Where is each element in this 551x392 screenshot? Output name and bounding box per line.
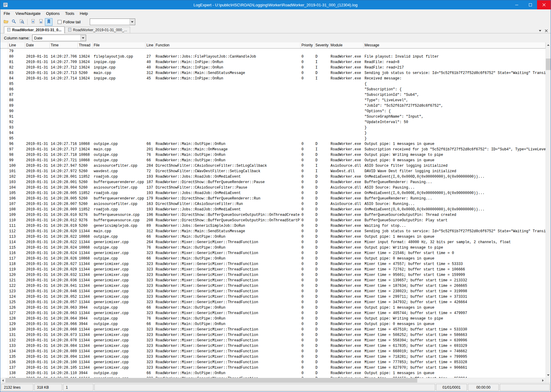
menu-view-navigate[interactable]: View/Navigate	[13, 9, 43, 17]
tab-roadworker-log-1[interactable]: RoadWorker_2019-01-31_0...	[4, 26, 65, 33]
maximize-button[interactable]	[523, 0, 537, 9]
table-row[interactable]: 1282019-01-3114:20:28.0643944outpipe.cpp…	[0, 316, 546, 321]
tab-close-button[interactable]	[545, 28, 548, 33]
follow-tail-control[interactable]: Follow tail	[58, 20, 81, 24]
header-time[interactable]: Time	[50, 42, 78, 48]
combo-drop-button[interactable]	[80, 35, 86, 41]
combo-drop-button[interactable]	[129, 19, 135, 25]
table-row[interactable]: 1152019-01-3114:20:28.02410868outpipe.cp…	[0, 245, 546, 250]
header-severity[interactable]: Severity	[314, 42, 330, 48]
table-row[interactable]: 1342019-01-3114:20:28.08911344genericmix…	[0, 349, 546, 354]
table-row[interactable]: 88"Type": "LiveLevel",	[0, 98, 546, 103]
menu-file[interactable]: File	[1, 9, 13, 17]
table-row[interactable]: 1022019-01-3114:20:28.00111852roadjob.cp…	[0, 174, 546, 179]
prev-bookmark-button[interactable]	[29, 18, 37, 26]
column-name-combo[interactable]: Date	[32, 35, 86, 41]
scroll-right-button[interactable]	[540, 378, 546, 383]
table-row[interactable]: 1222019-01-3114:20:28.04111344genericmix…	[0, 283, 546, 289]
table-row[interactable]: 962019-01-3114:20:27.71610868outpipe.cpp…	[0, 141, 546, 147]
scroll-left-button[interactable]	[0, 378, 5, 383]
table-row[interactable]: 1332019-01-3114:20:28.08411344genericmix…	[0, 343, 546, 349]
menu-options[interactable]: Options	[43, 9, 62, 17]
table-row[interactable]: 1112019-01-3114:20:28.0195260genericsimp…	[0, 223, 546, 229]
header-line[interactable]: Line	[8, 42, 25, 48]
table-row[interactable]: 1302019-01-3114:20:28.06811344genericmix…	[0, 327, 546, 332]
table-row[interactable]: 1042019-01-3114:20:28.0045260asiosourcef…	[0, 185, 546, 190]
open-file-button[interactable]	[2, 18, 10, 26]
vertical-scrollbar[interactable]	[546, 42, 551, 383]
minimize-button[interactable]	[510, 0, 523, 9]
header-priority[interactable]: Priority	[301, 42, 314, 48]
title-bar[interactable]: LogExpert - U:\public\HSC\ROAD\Logging\W…	[0, 0, 551, 9]
table-row[interactable]: 1372019-01-3114:20:28.10511344genericmix…	[0, 365, 546, 370]
table-row[interactable]: 1242019-01-3114:20:28.05211344genericmix…	[0, 294, 546, 300]
table-row[interactable]: 1362019-01-3114:20:28.10011344genericmix…	[0, 360, 546, 365]
log-table-body[interactable]: 79802019-01-3114:20:27.70613624fileplayo…	[0, 49, 546, 378]
table-row[interactable]: 1032019-01-3114:20:28.0015260bufferqueue…	[0, 179, 546, 185]
table-row[interactable]: 972019-01-3114:20:27.71713624main.cpp201…	[0, 147, 546, 152]
horizontal-scroll-thumb[interactable]	[5, 378, 417, 383]
table-row[interactable]: 1272019-01-3114:20:28.06311344genericmix…	[0, 310, 546, 316]
header-file[interactable]: File	[93, 42, 146, 48]
table-row[interactable]: 1262019-01-3114:20:28.0633944outpipe.cpp…	[0, 305, 546, 310]
table-row[interactable]: 91"SourceGraphName": "Input",	[0, 114, 546, 119]
table-row[interactable]: 822019-01-3114:20:27.71213624inpipe.cpp4…	[0, 65, 546, 70]
header-module[interactable]: Module	[330, 42, 364, 48]
header-message[interactable]: Message	[364, 42, 546, 48]
table-row[interactable]: 1142019-01-3114:20:28.02211344genericmix…	[0, 240, 546, 245]
table-row[interactable]: 1082019-01-3114:20:28.00911852roadjob.cp…	[0, 207, 546, 212]
table-row[interactable]: 1052019-01-3114:20:28.00511852roadjob.cp…	[0, 190, 546, 196]
header-function[interactable]: Function	[155, 42, 301, 48]
table-row[interactable]: 992019-01-3114:20:27.72110868outpipe.cpp…	[0, 158, 546, 163]
tab-list-dropdown-button[interactable]	[539, 30, 541, 32]
search-button[interactable]	[10, 18, 18, 26]
table-row[interactable]: 1292019-01-3114:20:28.0663944outpipe.cpp…	[0, 321, 546, 327]
table-row[interactable]: 1192019-01-3114:20:28.02911344genericmix…	[0, 267, 546, 272]
header-date[interactable]: Date	[25, 42, 50, 48]
table-row[interactable]: 1012019-01-3114:20:27.9725260wavdest.cpp…	[0, 169, 546, 174]
table-row[interactable]: 1312019-01-3114:20:28.07311344genericmix…	[0, 332, 546, 338]
table-row[interactable]: 1202019-01-3114:20:28.03211344genericmix…	[0, 272, 546, 278]
bookmark-toggle-button[interactable]	[45, 18, 52, 26]
header-file-line[interactable]: Line	[146, 42, 155, 48]
vertical-scroll-thumb[interactable]	[546, 59, 551, 70]
table-row[interactable]: 1172019-01-3114:20:28.02610868outpipe.cp…	[0, 256, 546, 261]
table-row[interactable]: 1122019-01-3114:20:28.02011344main.cpp31…	[0, 229, 546, 234]
search-in-file-button[interactable]	[18, 18, 25, 26]
table-row[interactable]: 982019-01-3114:20:27.71810868outpipe.cpp…	[0, 152, 546, 158]
table-row[interactable]: 1232019-01-3114:20:28.04611344genericmix…	[0, 289, 546, 294]
table-row[interactable]: 1182019-01-3114:20:28.02711344genericmix…	[0, 261, 546, 267]
table-row[interactable]: 842019-01-3114:20:27.71413624inpipe.cpp4…	[0, 76, 546, 81]
table-row[interactable]: 85{	[0, 81, 546, 87]
tab-roadworker-log-2[interactable]: RoadWorker_2019-01-31_000_...	[65, 27, 130, 33]
table-row[interactable]: 95}	[0, 136, 546, 141]
table-row[interactable]: 93}	[0, 125, 546, 130]
table-row[interactable]: 89"JobId": "5c52f61b7f27f52d8c6f6752",	[0, 103, 546, 109]
header-thread[interactable]: Thread	[78, 42, 93, 48]
table-row[interactable]: 92"UpdateInterval": 50	[0, 119, 546, 125]
menu-help[interactable]: Help	[77, 9, 91, 17]
table-row[interactable]: 87"SubscriptionId": "Sub4",	[0, 92, 546, 98]
close-button[interactable]	[537, 0, 551, 9]
table-row[interactable]: 94}	[0, 130, 546, 136]
table-row[interactable]: 1252019-01-3114:20:28.05711344genericmix…	[0, 300, 546, 305]
scroll-up-button[interactable]	[546, 42, 551, 48]
table-row[interactable]: 812019-01-3114:20:27.70913624inpipe.cpp4…	[0, 59, 546, 65]
table-row[interactable]: 1102019-01-3114:20:28.0129276bufferqueue…	[0, 218, 546, 223]
table-row[interactable]: 1132019-01-3114:20:28.02210868outpipe.cp…	[0, 234, 546, 240]
follow-tail-checkbox[interactable]	[58, 20, 62, 24]
horizontal-scroll-track[interactable]	[5, 378, 540, 383]
next-bookmark-button[interactable]	[37, 18, 45, 26]
table-row[interactable]: 1352019-01-3114:20:28.09411344genericmix…	[0, 354, 546, 360]
vertical-scroll-track[interactable]	[546, 48, 551, 373]
highlight-group-combo[interactable]	[90, 18, 135, 25]
table-row[interactable]: 86"Subscription": {	[0, 87, 546, 92]
scroll-down-button[interactable]	[546, 373, 551, 378]
table-row[interactable]: 1092019-01-3114:20:28.0109276bufferqueue…	[0, 212, 546, 218]
table-row[interactable]: 1062019-01-3114:20:28.0055260bufferqueue…	[0, 196, 546, 201]
table-row[interactable]: 90"Options": {	[0, 109, 546, 114]
table-row[interactable]: 802019-01-3114:20:27.70613624fileplayout…	[0, 54, 546, 59]
table-row[interactable]: 1072019-01-3114:20:28.0075260asiosourcef…	[0, 201, 546, 207]
menu-tools[interactable]: Tools	[62, 9, 77, 17]
table-row[interactable]: 832019-01-3114:20:27.7135260main.cpp312R…	[0, 70, 546, 76]
